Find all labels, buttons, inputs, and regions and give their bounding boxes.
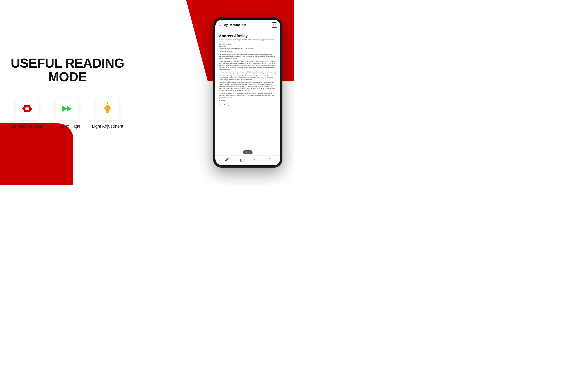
hero-title: USEFUL READING MODE <box>8 56 127 84</box>
svg-rect-3 <box>25 108 29 109</box>
left-section: USEFUL READING MODE Landscap <box>0 0 135 185</box>
menu-icon[interactable] <box>272 22 277 28</box>
svg-line-9 <box>111 104 112 105</box>
strikethrough-tool-icon[interactable]: S <box>253 158 255 162</box>
svg-point-16 <box>105 106 107 108</box>
resume-address: 1600 Amphitheatre Parkway Mountain View,… <box>219 47 277 49</box>
landscape-icon <box>21 102 34 116</box>
light-icon-box <box>96 97 119 120</box>
resume-para-3: In my previous roles, I have demonstrate… <box>219 71 277 81</box>
landscape-icon-box <box>16 97 39 120</box>
resume-contact: 3517 W. Gray Street, New York | +1-300-5… <box>219 39 277 42</box>
svg-marker-7 <box>67 106 72 112</box>
light-icon <box>101 102 114 116</box>
menu-dot-row-1 <box>273 24 275 25</box>
resume-para-4: I believe that [insert company name] is … <box>219 82 277 91</box>
landscape-label: Landscape View <box>11 124 42 129</box>
resume-para-1: I am excited to apply for the [insert jo… <box>219 54 277 59</box>
resume-greeting: Dear Hiring Manager, <box>219 51 277 53</box>
feature-landscape: Landscape View <box>11 97 42 129</box>
phone-section: ← My Resume.pdf Andrew Ainsley <box>213 17 283 168</box>
phone-screen: ← My Resume.pdf Andrew Ainsley <box>215 20 280 165</box>
feature-jump: Jump to Page <box>54 97 80 129</box>
svg-rect-4 <box>25 109 29 110</box>
jump-label: Jump to Page <box>54 124 80 129</box>
back-arrow-icon: ← <box>219 23 222 27</box>
svg-point-13 <box>105 105 111 111</box>
svg-rect-2 <box>25 107 29 107</box>
phone-file-title: My Resume.pdf <box>223 23 246 27</box>
resume-signature: Andrew Ainsley <box>219 104 277 106</box>
resume-company: Google Inc. <box>219 45 277 47</box>
phone-top-bar: ← My Resume.pdf <box>215 20 280 30</box>
resume-para-2: Throughout my career, I have developed a… <box>219 61 277 70</box>
resume-para-5: Thank you for considering my application… <box>219 92 277 98</box>
resume-name: Andrew Ainsley <box>219 34 277 38</box>
page-badge: 1 / 1 <box>243 150 252 154</box>
jump-icon <box>61 102 74 116</box>
menu-dot <box>275 25 275 26</box>
menu-dot-row-2 <box>273 25 275 26</box>
pdf-content: Andrew Ainsley 3517 W. Gray Street, New … <box>215 30 280 149</box>
back-button[interactable]: ← My Resume.pdf <box>219 23 246 27</box>
jump-icon-box <box>56 97 79 120</box>
svg-rect-15 <box>106 112 109 113</box>
svg-line-11 <box>104 104 104 105</box>
feature-light: Light Adjustment <box>92 97 123 129</box>
svg-marker-0 <box>22 106 24 111</box>
menu-dot <box>273 24 274 25</box>
light-label: Light Adjustment <box>92 124 123 129</box>
pen-tool-icon[interactable] <box>225 158 229 163</box>
svg-rect-14 <box>106 111 109 112</box>
resume-date: December 30, 2023 <box>219 43 277 45</box>
highlight-tool-icon[interactable] <box>266 158 271 163</box>
underline-tool-icon[interactable]: U <box>240 158 242 162</box>
page-counter: 1 / 1 <box>215 149 280 155</box>
resume-closing: Sincerely, <box>219 99 277 101</box>
menu-dot <box>275 24 275 25</box>
features-row: Landscape View Jump to Page <box>11 97 123 129</box>
menu-dot <box>273 25 274 26</box>
phone-mockup: ← My Resume.pdf Andrew Ainsley <box>213 17 283 168</box>
svg-marker-5 <box>31 106 32 111</box>
phone-bottom-bar: U S <box>215 155 280 165</box>
